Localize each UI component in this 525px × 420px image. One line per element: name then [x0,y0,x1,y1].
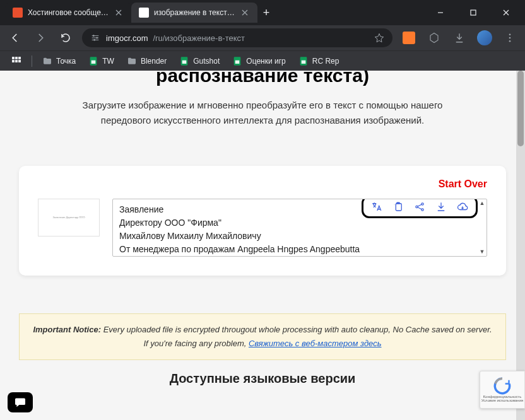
close-icon[interactable] [114,8,124,18]
svg-rect-12 [18,60,21,62]
result-line: От менеджера по продажам Angpeela Hngpes… [119,243,480,256]
notice-label: Important Notice: [33,325,101,334]
url-path: /ru/изображение-в-текст [153,33,244,43]
back-button[interactable] [6,29,24,47]
notice-line2: If you're facing any problem, [143,339,249,348]
svg-rect-11 [15,60,18,62]
titlebar: Хостинговое сообщество «Tir изображение … [0,0,525,25]
separator [32,55,32,67]
star-icon[interactable] [374,32,385,44]
bookmark-tw[interactable]: TW [83,54,119,69]
tab-2[interactable]: изображение в текст (100% тс [131,3,257,23]
sheets-icon [232,56,242,66]
apps-button[interactable] [6,54,27,69]
tab-title: изображение в текст (100% тс [154,8,235,17]
bookmark-label: Blender [141,57,167,66]
bookmark-ocenki[interactable]: Оценки игр [227,54,290,69]
url-field[interactable]: imgocr.com/ru/изображение-в-текст [82,28,392,47]
svg-point-6 [509,40,511,42]
bookmark-blender[interactable]: Blender [122,54,172,69]
bookmarks-bar: Точка TW Blender Gutshot Оценки игр RC R… [0,50,525,71]
extension-icon-1[interactable] [400,29,418,47]
chat-button[interactable] [8,392,33,412]
bookmark-gutshot[interactable]: Gutshot [174,54,225,69]
bookmark-label: RC Rep [312,57,339,66]
languages-section-title: Доступные языковые версии [19,371,506,386]
bookmark-rcrep[interactable]: RC Rep [293,54,345,69]
svg-rect-16 [182,60,187,63]
close-icon[interactable] [240,8,250,18]
tabs-row: Хостинговое сообщество «Tir изображение … [5,3,427,23]
recaptcha-text: Условия использования [481,399,524,402]
result-line: Михайлову Михаилу Михайловичу [119,230,480,243]
site-settings-icon[interactable] [90,32,101,44]
svg-rect-9 [18,57,21,59]
svg-point-4 [509,33,511,35]
svg-rect-0 [471,10,476,15]
svg-rect-20 [301,60,305,63]
forward-button[interactable] [32,29,49,47]
svg-point-3 [93,39,95,41]
folder-icon [127,56,137,66]
svg-point-5 [509,37,511,39]
new-tab-button[interactable]: + [257,4,275,21]
copy-icon[interactable] [389,199,408,216]
svg-point-2 [96,37,98,39]
svg-rect-18 [235,60,240,63]
download-icon[interactable] [432,199,451,216]
result-toolbar [362,199,478,218]
svg-rect-14 [91,60,96,63]
bookmark-label: Оценки игр [246,57,285,66]
svg-rect-10 [12,60,15,62]
result-textarea[interactable]: Заявление Директору ООО "Фирма" Михайлов… [112,199,487,257]
share-icon[interactable] [410,199,429,216]
close-window-button[interactable] [492,3,520,22]
notice-body: Every uploaded file is encrypted througo… [103,325,492,334]
sheets-icon [298,56,309,66]
important-notice: Important Notice: Every uploaded file is… [19,313,506,360]
uploaded-thumbnail[interactable]: Заявление Директору ООО [38,199,100,236]
scroll-up-icon[interactable]: ▲ [480,199,485,208]
card-header: Start Over [38,178,487,190]
minimize-button[interactable] [427,3,454,22]
svg-point-23 [416,206,418,207]
cloud-download-icon[interactable] [453,199,472,216]
scrollbar-thumb[interactable] [517,71,524,146]
page-title: распознавание текста) [19,71,506,88]
svg-rect-7 [12,57,15,59]
result-row: Заявление Директору ООО Заявление Директ… [38,199,487,257]
reload-button[interactable] [57,29,74,47]
page-subtitle: Загрузите изображение и мгновенно преобр… [19,98,506,128]
extensions-icon[interactable] [425,29,443,47]
svg-point-24 [422,203,423,205]
recaptcha-badge[interactable]: Конфиденциальность Условия использования [480,371,525,409]
tab-favicon [13,8,23,18]
bookmark-label: Gutshot [193,57,220,66]
result-line: Директору ООО "Фирма" [119,216,480,230]
tab-title: Хостинговое сообщество «Tir [28,8,109,17]
translate-icon[interactable] [367,199,386,216]
contact-webmaster-link[interactable]: Свяжитесь с веб-мастером здесь [249,339,382,348]
tab-1[interactable]: Хостинговое сообщество «Tir [5,3,131,23]
bookmark-label: Точка [56,57,76,66]
svg-point-1 [93,35,95,37]
result-card: Start Over Заявление Директору ООО Заявл… [19,166,506,276]
url-host: imgocr.com [106,33,148,43]
folder-icon [42,56,52,66]
sheets-icon [88,56,98,66]
downloads-icon[interactable] [451,29,468,47]
maximize-button[interactable] [459,3,487,22]
scroll-down-icon[interactable]: ▼ [480,248,485,257]
page-scrollbar[interactable] [516,71,525,420]
menu-icon[interactable] [501,29,519,47]
bookmark-tochka[interactable]: Точка [37,54,81,69]
svg-rect-8 [15,57,18,59]
window-controls [427,3,520,22]
sheets-icon [179,56,189,66]
profile-icon[interactable] [476,29,493,47]
bookmark-label: TW [102,57,114,66]
start-over-button[interactable]: Start Over [439,178,487,189]
recaptcha-icon [493,377,511,395]
textarea-scrollbar[interactable]: ▲ ▼ [478,199,487,256]
title-line2: распознавание текста) [156,71,369,86]
